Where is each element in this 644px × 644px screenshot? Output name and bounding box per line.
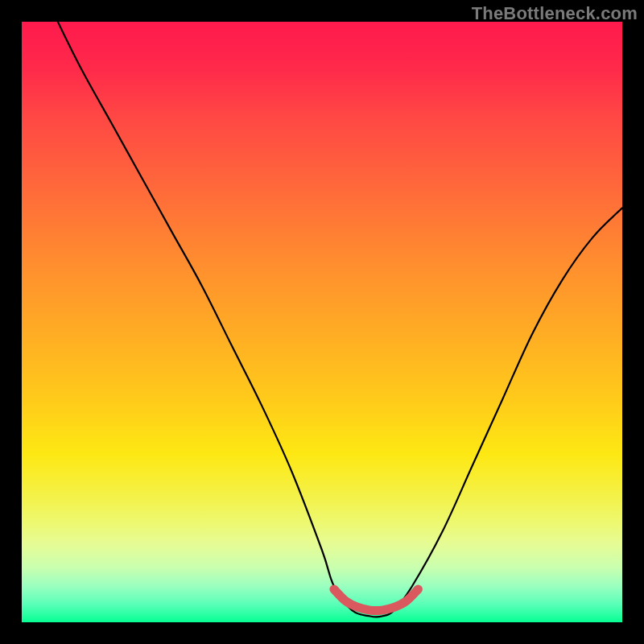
chart-container: TheBottleneck.com <box>0 0 644 644</box>
bottleneck-curve-line <box>58 22 622 617</box>
plot-area <box>22 22 622 622</box>
chart-svg <box>22 22 622 622</box>
optimum-band-line <box>334 589 419 611</box>
